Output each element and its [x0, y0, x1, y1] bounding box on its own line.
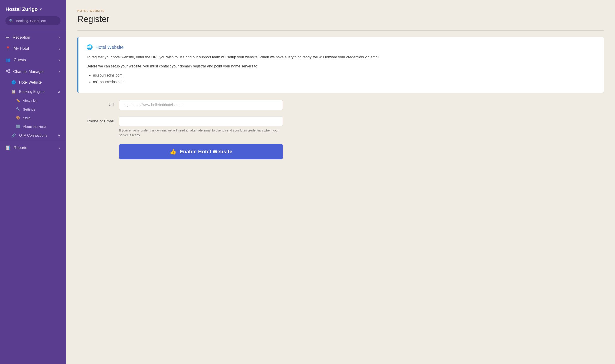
sidebar-item-my-hotel[interactable]: 📍 My Hotel ∨: [0, 43, 66, 54]
sidebar-item-reception[interactable]: 🛏 Reception ∨: [0, 32, 66, 43]
thumbs-up-icon: 👍: [170, 148, 177, 155]
sidebar-item-about-hotel[interactable]: ℹ️ About the Hotel: [0, 122, 66, 131]
ota-connections-icon: 🔗: [11, 133, 16, 138]
globe-icon: 🌐: [87, 44, 93, 50]
phone-email-hint: If your email is under this domain, we w…: [119, 128, 283, 138]
phone-email-form-row: Phone or Email If your email is under th…: [77, 116, 604, 138]
reports-icon: 📊: [5, 145, 11, 150]
guests-chevron-icon: ∨: [58, 58, 60, 62]
enable-hotel-website-button[interactable]: 👍 Enable Hotel Website: [119, 144, 283, 159]
sidebar-item-settings[interactable]: 🔧 Settings: [0, 105, 66, 114]
about-hotel-icon: ℹ️: [16, 124, 20, 129]
info-card-description2: Before we can setup your website, you mu…: [87, 63, 595, 69]
submit-button-label: Enable Hotel Website: [180, 149, 232, 155]
reception-icon: 🛏: [5, 35, 10, 40]
sidebar-item-style[interactable]: 🎨 Style: [0, 114, 66, 122]
svg-point-1: [9, 69, 10, 71]
booking-engine-chevron-icon: ∧: [58, 90, 60, 94]
search-placeholder: Booking, Guest, etc.: [16, 19, 47, 23]
sidebar: Hostal Zurigo ∨ 🔍 Booking, Guest, etc. 🛏…: [0, 0, 66, 364]
brand-chevron-icon: ∨: [40, 8, 42, 11]
sidebar-item-booking-engine[interactable]: 📋 Booking Engine ∧: [0, 87, 66, 96]
nameserver-item-1: ns.sourcedns.com: [93, 72, 595, 79]
sidebar-item-ota-connections[interactable]: 🔗 OTA Connections ∨: [0, 131, 66, 140]
my-hotel-icon: 📍: [5, 46, 11, 51]
sidebar-sub-label: Booking Engine: [19, 90, 45, 94]
nameserver-item-2: ns1.sourcedns.com: [93, 79, 595, 85]
reports-chevron-icon: ∨: [58, 146, 60, 150]
url-form-row: Url: [77, 100, 604, 110]
hotel-website-icon: 🌐: [11, 80, 16, 84]
sidebar-item-channel-manager[interactable]: Channel Manager ∧: [0, 66, 66, 78]
channel-manager-icon: [5, 69, 10, 75]
sidebar-header: Hostal Zurigo ∨ 🔍 Booking, Guest, etc.: [0, 0, 66, 30]
ota-connections-chevron-icon: ∨: [58, 133, 60, 138]
nav-divider: [0, 141, 66, 141]
url-input[interactable]: [119, 100, 283, 110]
info-card-title-text: Hotel Website: [96, 45, 124, 50]
sidebar-sub-sub-label: Settings: [23, 107, 35, 111]
svg-line-3: [7, 70, 9, 71]
sidebar-item-view-live[interactable]: ✏️ View Live: [0, 96, 66, 105]
phone-email-label: Phone or Email: [77, 116, 114, 124]
nav-section: 🛏 Reception ∨ 📍 My Hotel ∨ 👥 Guests ∨: [0, 30, 66, 155]
sidebar-item-label: My Hotel: [14, 46, 29, 51]
main-content: Hotel Website Register 🌐 Hotel Website T…: [66, 0, 615, 364]
sidebar-item-label: Channel Manager: [13, 69, 44, 74]
sidebar-sub-sub-label: View Live: [23, 99, 38, 103]
brand-label: Hostal Zurigo: [5, 6, 38, 12]
info-card-description1: To register your hotel website, enter th…: [87, 54, 595, 60]
info-card-title: 🌐 Hotel Website: [87, 44, 595, 50]
brand-name[interactable]: Hostal Zurigo ∨: [5, 6, 60, 12]
sidebar-item-hotel-website[interactable]: 🌐 Hotel Website: [0, 78, 66, 87]
breadcrumb: Hotel Website: [77, 9, 604, 13]
sidebar-sub-sub-label: Style: [23, 116, 30, 120]
sidebar-item-guests[interactable]: 👥 Guests ∨: [0, 54, 66, 66]
search-icon: 🔍: [9, 19, 14, 23]
phone-email-field: If your email is under this domain, we w…: [119, 116, 283, 138]
booking-engine-icon: 📋: [11, 90, 16, 94]
sidebar-item-label: Reports: [14, 145, 27, 150]
channel-manager-chevron-icon: ∧: [58, 70, 60, 73]
info-card: 🌐 Hotel Website To register your hotel w…: [77, 37, 604, 93]
page-title: Register: [77, 14, 604, 24]
sidebar-sub-sub-label: About the Hotel: [23, 125, 46, 129]
sidebar-item-label: Guests: [14, 58, 26, 62]
content-divider: [77, 30, 604, 31]
reception-chevron-icon: ∨: [58, 36, 60, 39]
guests-icon: 👥: [5, 57, 11, 63]
svg-line-4: [7, 71, 9, 72]
phone-email-input[interactable]: [119, 116, 283, 126]
svg-point-0: [6, 71, 7, 72]
sidebar-item-reports[interactable]: 📊 Reports ∨: [0, 142, 66, 154]
url-label: Url: [77, 100, 114, 107]
url-field: [119, 100, 283, 110]
sidebar-sub-label: Hotel Website: [19, 80, 41, 84]
style-icon: 🎨: [16, 116, 20, 120]
view-live-icon: ✏️: [16, 99, 20, 103]
svg-point-2: [9, 72, 10, 73]
search-bar[interactable]: 🔍 Booking, Guest, etc.: [5, 16, 60, 25]
sidebar-item-label: Reception: [13, 35, 30, 40]
my-hotel-chevron-icon: ∨: [58, 47, 60, 51]
settings-icon: 🔧: [16, 107, 20, 111]
nameserver-list: ns.sourcedns.com ns1.sourcedns.com: [87, 72, 595, 85]
sidebar-sub-label: OTA Connections: [19, 133, 47, 138]
